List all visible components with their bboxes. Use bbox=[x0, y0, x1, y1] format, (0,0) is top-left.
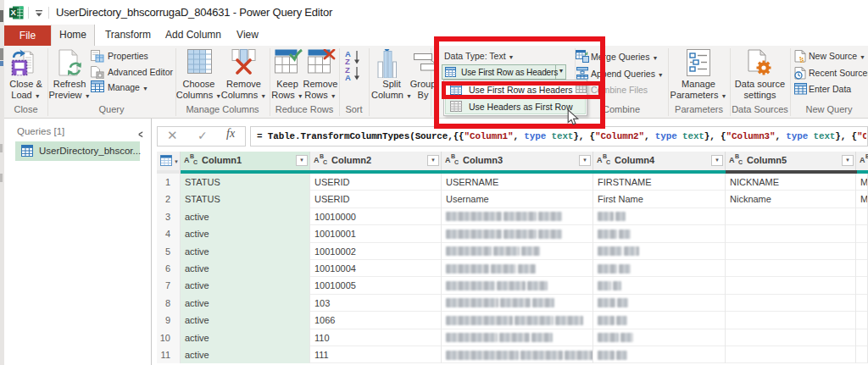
svg-text:X: X bbox=[11, 8, 17, 17]
